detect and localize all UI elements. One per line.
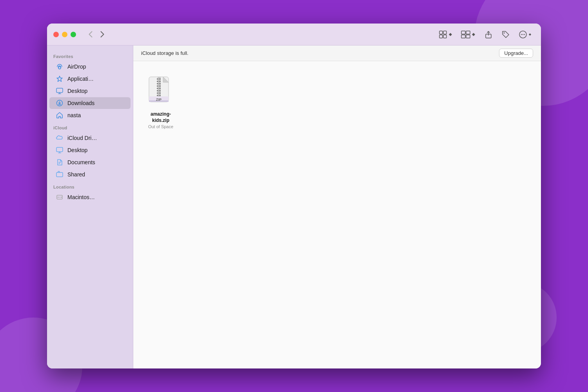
- hdd-icon: [56, 193, 64, 201]
- zip-icon: ZIP: [147, 76, 175, 109]
- svg-text:ZIP: ZIP: [156, 98, 162, 102]
- svg-rect-3: [443, 35, 446, 38]
- documents-label: Documents: [67, 159, 95, 165]
- sidebar-item-applications[interactable]: Applicati…: [49, 73, 131, 85]
- svg-rect-2: [439, 35, 443, 38]
- nav-buttons: [85, 29, 107, 39]
- icloud-drive-label: iCloud Dri…: [67, 135, 97, 141]
- view-list-button[interactable]: [458, 29, 479, 40]
- icloud-desktop-label: Desktop: [67, 147, 87, 153]
- sidebar-item-shared[interactable]: Shared: [49, 169, 131, 180]
- svg-rect-6: [461, 35, 465, 38]
- svg-point-9: [504, 32, 505, 33]
- locations-label: Locations: [47, 181, 133, 191]
- documents-icon: [56, 158, 64, 166]
- svg-rect-25: [157, 81, 158, 82]
- file-grid: ZIP amazing-kids.zip Out of Space: [133, 61, 541, 368]
- share-button[interactable]: [481, 28, 496, 41]
- airdrop-label: AirDrop: [67, 64, 86, 70]
- file-item-zip[interactable]: ZIP amazing-kids.zip Out of Space: [141, 73, 180, 132]
- minimize-button[interactable]: [62, 32, 67, 37]
- home-icon: [56, 111, 64, 119]
- svg-rect-30: [159, 85, 161, 87]
- shared-icon: [56, 171, 64, 178]
- file-name: amazing-kids.zip: [144, 111, 177, 123]
- svg-rect-5: [466, 31, 470, 34]
- svg-point-20: [61, 197, 62, 198]
- finder-window: Favorites AirDrop Applicati…: [47, 24, 541, 368]
- svg-rect-4: [461, 31, 465, 34]
- svg-rect-26: [159, 81, 161, 82]
- sidebar-item-desktop[interactable]: Desktop: [49, 85, 131, 97]
- desktop-fav-label: Desktop: [67, 88, 87, 94]
- svg-rect-15: [56, 88, 63, 93]
- svg-rect-31: [157, 88, 158, 89]
- svg-point-11: [521, 34, 522, 34]
- maximize-button[interactable]: [71, 32, 76, 37]
- toolbar-right: [436, 28, 535, 41]
- svg-rect-0: [439, 31, 443, 34]
- svg-rect-7: [466, 35, 470, 38]
- svg-rect-24: [159, 78, 161, 80]
- sidebar-item-nasta[interactable]: nasta: [49, 109, 131, 121]
- svg-rect-1: [443, 31, 446, 34]
- more-button[interactable]: [515, 28, 535, 41]
- sidebar-item-icloud-drive[interactable]: iCloud Dri…: [49, 132, 131, 144]
- file-status: Out of Space: [148, 124, 173, 129]
- back-button[interactable]: [85, 29, 96, 39]
- icloud-drive-icon: [56, 134, 64, 142]
- upgrade-button[interactable]: Upgrade...: [499, 49, 533, 58]
- favorites-label: Favorites: [47, 50, 133, 60]
- desktop-icon: [56, 87, 64, 95]
- view-grid-button[interactable]: [436, 28, 456, 41]
- forward-button[interactable]: [97, 29, 107, 39]
- svg-point-14: [58, 67, 61, 69]
- svg-point-12: [523, 34, 523, 34]
- sidebar-item-downloads[interactable]: Downloads: [49, 97, 131, 109]
- svg-point-13: [524, 34, 525, 34]
- svg-rect-32: [159, 88, 161, 89]
- svg-rect-23: [157, 78, 158, 80]
- sidebar: Favorites AirDrop Applicati…: [47, 45, 133, 368]
- traffic-lights: [53, 32, 76, 37]
- close-button[interactable]: [53, 32, 59, 37]
- svg-rect-33: [157, 90, 158, 91]
- icloud-status-message: iCloud storage is full.: [141, 50, 189, 56]
- tag-button[interactable]: [498, 28, 513, 41]
- svg-rect-37: [157, 95, 158, 96]
- icloud-label: iCloud: [47, 122, 133, 132]
- svg-rect-34: [159, 90, 161, 91]
- shared-label: Shared: [67, 171, 85, 178]
- main-content: Favorites AirDrop Applicati…: [47, 45, 541, 368]
- toolbar: [47, 24, 541, 45]
- svg-rect-27: [157, 83, 158, 84]
- airdrop-icon: [56, 63, 64, 71]
- icloud-desktop-icon: [56, 146, 64, 154]
- sidebar-item-documents[interactable]: Documents: [49, 156, 131, 168]
- svg-rect-38: [159, 95, 161, 96]
- file-area: iCloud storage is full. Upgrade...: [133, 45, 541, 368]
- svg-rect-17: [56, 147, 63, 152]
- svg-rect-29: [157, 85, 158, 87]
- svg-rect-18: [56, 172, 63, 177]
- svg-rect-28: [159, 83, 161, 84]
- downloads-icon: [56, 99, 64, 107]
- svg-rect-35: [157, 93, 158, 94]
- nasta-label: nasta: [67, 112, 81, 118]
- applications-label: Applicati…: [67, 76, 94, 82]
- macintosh-hd-label: Macintos…: [67, 194, 95, 200]
- sidebar-item-icloud-desktop[interactable]: Desktop: [49, 144, 131, 156]
- status-bar: iCloud storage is full. Upgrade...: [133, 45, 541, 61]
- downloads-label: Downloads: [67, 100, 94, 106]
- applications-icon: [56, 75, 64, 83]
- svg-rect-36: [159, 93, 161, 94]
- sidebar-item-airdrop[interactable]: AirDrop: [49, 61, 131, 73]
- sidebar-item-macintosh-hd[interactable]: Macintos…: [49, 191, 131, 203]
